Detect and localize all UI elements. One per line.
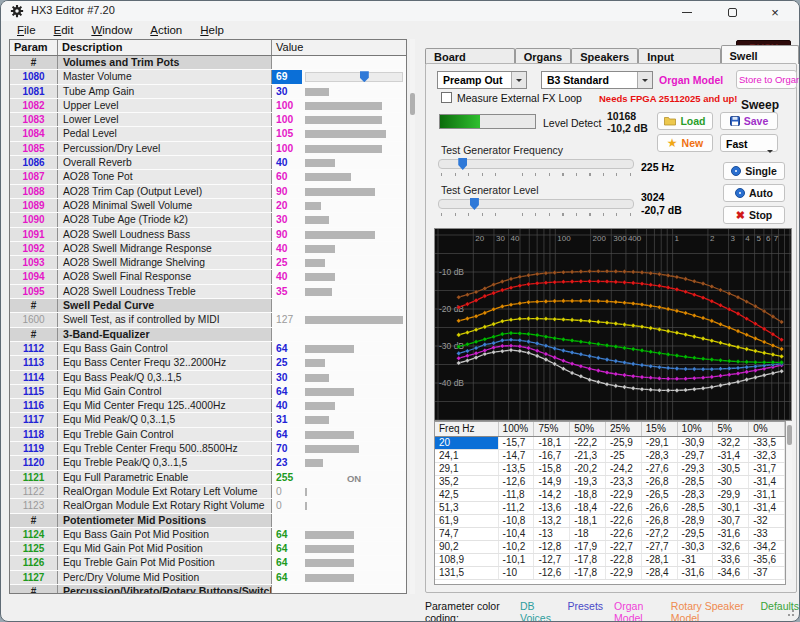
param-value[interactable]: 40 [272, 270, 302, 283]
param-value[interactable]: 64 [272, 528, 302, 541]
sweep-table-row[interactable]: 108,9-10,1-12,7-17,8-22,8-28,1-31-33,6-3… [435, 554, 785, 567]
param-value-bar-zone[interactable] [305, 458, 403, 467]
param-value[interactable]: 64 [272, 571, 302, 584]
param-value[interactable]: 0 [272, 499, 302, 512]
sweep-cell[interactable]: -30,7 [713, 515, 749, 527]
sweep-cell[interactable]: -28,5 [678, 502, 714, 514]
param-value-bar-zone[interactable] [305, 501, 403, 510]
param-value-cell[interactable]: 31 [272, 413, 406, 426]
param-row[interactable]: 1116Equ Mid Center Frequ 125..4000Hz40 [10, 399, 406, 413]
param-row[interactable]: 1120Equ Treble Peak/Q 0,3..1,523 [10, 456, 406, 470]
frequency-slider[interactable] [438, 159, 634, 169]
sweep-cell[interactable]: -18 [570, 528, 606, 540]
menu-item-help[interactable]: Help [192, 23, 232, 37]
param-row[interactable]: 1119Equ Treble Center Frequ 500..8500Hz7… [10, 442, 406, 456]
param-value-cell[interactable]: 64 [272, 342, 406, 355]
sweep-cell[interactable]: -10,1 [499, 554, 535, 566]
param-value-cell[interactable]: 100 [272, 113, 406, 126]
param-value-bar-zone[interactable] [305, 115, 403, 124]
sweep-cell[interactable]: -22,9 [606, 489, 642, 501]
param-value-cell[interactable]: 105 [272, 127, 406, 140]
sweep-cell[interactable]: -10,4 [499, 528, 535, 540]
param-value-cell[interactable]: 64 [272, 528, 406, 541]
param-value-bar-zone[interactable] [305, 358, 403, 367]
sweep-cell[interactable]: -31,6 [678, 567, 714, 579]
param-row[interactable]: 1084Pedal Level105 [10, 127, 406, 141]
param-value-bar-zone[interactable] [305, 487, 403, 496]
param-row[interactable]: 1087AO28 Tone Pot60 [10, 170, 406, 184]
param-row[interactable]: 1127Perc/Dry Volume Mid Position64 [10, 571, 406, 585]
sweep-cell[interactable]: -35,6 [749, 554, 785, 566]
param-row[interactable]: 1114Equ Bass Peak/Q 0,3..1,530 [10, 371, 406, 385]
param-value-cell[interactable]: 25 [272, 256, 406, 269]
sweep-cell[interactable]: -28,5 [678, 476, 714, 488]
param-row[interactable]: 1090AO28 Tube Age (Triode k2)30 [10, 213, 406, 227]
param-row[interactable]: 1112Equ Bass Gain Control64 [10, 342, 406, 356]
sweep-table-row[interactable]: 61,9-10,8-13,2-18,1-22,6-26,8-28,9-30,7-… [435, 515, 785, 528]
parameter-table-scrollbar[interactable] [410, 39, 415, 594]
param-value[interactable]: 60 [272, 170, 302, 183]
section-row[interactable]: #Volumes and Trim Pots [10, 56, 406, 70]
sweep-cell[interactable]: 20 [435, 437, 499, 449]
resize-grip[interactable] [787, 609, 795, 617]
param-value-cell[interactable]: 90 [272, 185, 406, 198]
tab-input-monitor[interactable]: Input Monitor [638, 48, 720, 64]
sweep-cell[interactable]: -21,3 [570, 450, 606, 462]
param-value-bar-zone[interactable] [305, 315, 403, 324]
param-row[interactable]: 1118Equ Treble Gain Control64 [10, 428, 406, 442]
sweep-cell[interactable]: -30,5 [713, 463, 749, 475]
param-value-cell[interactable]: 127 [272, 313, 406, 326]
sweep-cell[interactable]: 29,1 [435, 463, 499, 475]
sweep-cell[interactable]: -13,2 [534, 515, 570, 527]
param-value-bar-zone[interactable] [305, 244, 403, 253]
sweep-cell[interactable]: 74,7 [435, 528, 499, 540]
sweep-cell[interactable]: -28,3 [678, 489, 714, 501]
sweep-cell[interactable]: -33 [749, 528, 785, 540]
sweep-cell[interactable]: -18,1 [570, 515, 606, 527]
sweep-cell[interactable]: -27,2 [642, 528, 678, 540]
param-row[interactable]: 1093AO28 Swell Midrange Shelving25 [10, 256, 406, 270]
chevron-down-icon[interactable] [637, 72, 652, 88]
menu-item-window[interactable]: Window [83, 23, 140, 37]
param-value-cell[interactable]: 40 [272, 270, 406, 283]
sweep-cell[interactable]: -22,7 [606, 541, 642, 553]
param-row[interactable]: 1117Equ Mid Peak/Q 0,3..1,531 [10, 413, 406, 427]
param-row[interactable]: 1081Tube Amp Gain30 [10, 85, 406, 99]
sweep-cell[interactable]: -32,2 [713, 437, 749, 449]
sweep-cell[interactable]: 108,9 [435, 554, 499, 566]
param-value-bar-zone[interactable] [305, 158, 403, 167]
param-row[interactable]: 1088AO28 Trim Cap (Output Level)90 [10, 185, 406, 199]
param-value-bar-zone[interactable] [305, 544, 403, 553]
sweep-cell[interactable]: -12,6 [499, 476, 535, 488]
param-value-cell[interactable]: 25 [272, 356, 406, 369]
sweep-cell[interactable]: -32,6 [713, 541, 749, 553]
sweep-cell[interactable]: 61,9 [435, 515, 499, 527]
param-value[interactable]: 100 [272, 113, 302, 126]
sweep-cell[interactable]: -26,5 [642, 489, 678, 501]
param-row[interactable]: 1115Equ Mid Gain Control64 [10, 385, 406, 399]
param-value[interactable]: 35 [272, 285, 302, 298]
sweep-cell[interactable]: -15,8 [534, 463, 570, 475]
sweep-cell[interactable]: -14,7 [499, 450, 535, 462]
sweep-cell[interactable]: -11,8 [499, 489, 535, 501]
param-value-cell[interactable]: 30 [272, 371, 406, 384]
param-row[interactable]: 1085Percussion/Dry Level100 [10, 142, 406, 156]
param-row[interactable]: 1089AO28 Minimal Swell Volume20 [10, 199, 406, 213]
param-value[interactable]: 25 [272, 256, 302, 269]
sweep-cell[interactable]: -31,4 [749, 502, 785, 514]
tab-speakers[interactable]: Speakers [571, 48, 638, 64]
param-value-bar-zone[interactable] [305, 430, 403, 439]
sweep-cell[interactable]: -33,6 [713, 554, 749, 566]
param-value-cell[interactable]: 64 [272, 571, 406, 584]
param-value[interactable]: 105 [272, 127, 302, 140]
param-row[interactable]: 1086Overall Reverb40 [10, 156, 406, 170]
param-value[interactable]: 69 [272, 70, 302, 83]
sweep-cell[interactable]: -19,3 [570, 476, 606, 488]
sweep-cell[interactable]: -13 [534, 528, 570, 540]
save-button[interactable]: Save [720, 112, 778, 130]
param-value-bar-zone[interactable] [305, 101, 403, 110]
param-value[interactable]: 127 [272, 313, 302, 326]
param-value-bar-zone[interactable] [305, 87, 403, 96]
maximize-button[interactable] [710, 1, 754, 23]
param-value[interactable]: 64 [272, 556, 302, 569]
